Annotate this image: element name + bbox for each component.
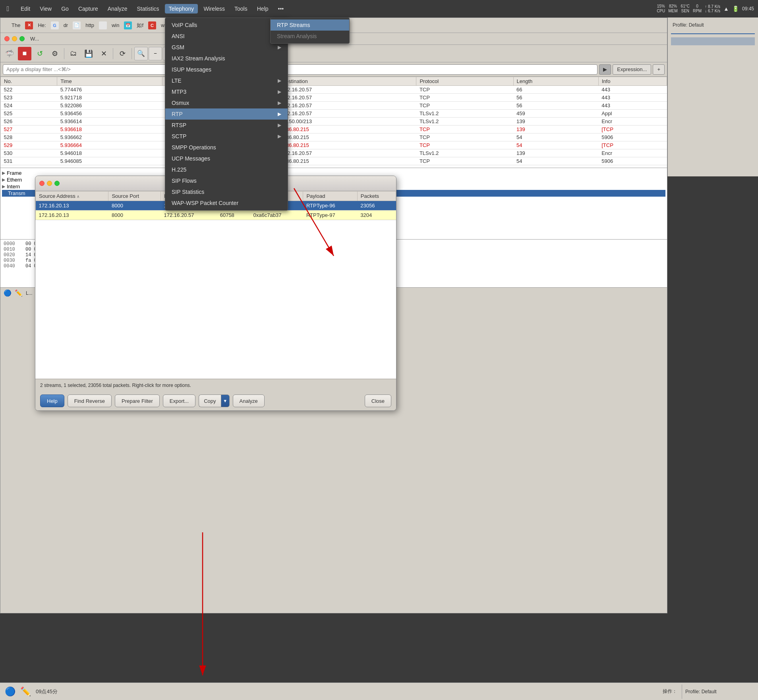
bottom-icon-1[interactable]: 🔵 bbox=[5, 686, 15, 697]
menu-sip-flows[interactable]: SIP Flows bbox=[165, 175, 288, 186]
expression-btn[interactable]: Expression... bbox=[613, 64, 651, 75]
bookmark-dr[interactable]: dr bbox=[61, 21, 71, 29]
export-btn[interactable]: Export... bbox=[163, 394, 195, 407]
menu-smpp[interactable]: SMPP Operations bbox=[165, 142, 288, 153]
prepare-filter-btn[interactable]: Prepare Filter bbox=[115, 394, 160, 407]
menu-lte[interactable]: LTE ▶ bbox=[165, 75, 288, 86]
menu-h225[interactable]: H.225 bbox=[165, 164, 288, 175]
menu-view[interactable]: View bbox=[36, 4, 56, 14]
col-time[interactable]: Time bbox=[57, 77, 162, 86]
menu-wap[interactable]: WAP-WSP Packet Counter bbox=[165, 197, 288, 209]
analyze-btn[interactable]: Analyze bbox=[233, 394, 265, 407]
rtp-col-src-addr[interactable]: Source Address ∧ bbox=[36, 191, 108, 201]
bookmark-chinese1[interactable]: 如f bbox=[134, 21, 146, 30]
bookmark-he[interactable]: He: bbox=[35, 21, 48, 29]
menu-wireless[interactable]: Wireless bbox=[199, 4, 229, 14]
filter-add-btn[interactable]: + bbox=[653, 64, 665, 75]
stop-icon[interactable]: ■ bbox=[18, 47, 31, 60]
submenu-rtp-streams[interactable]: RTP Streams bbox=[271, 19, 349, 31]
bookmark-win-icon[interactable] bbox=[99, 21, 107, 29]
close-file-icon[interactable]: ✕ bbox=[97, 47, 110, 60]
table-row[interactable]: 5255.9364568.36.80....172.16.20.57TLSv1.… bbox=[1, 110, 667, 118]
bookmark-calendar-icon[interactable]: 📅 bbox=[124, 21, 132, 29]
menu-statistics[interactable]: Statistics bbox=[133, 4, 163, 14]
menu-ansi[interactable]: ANSI ▶ bbox=[165, 31, 288, 42]
bookmark-c-icon[interactable]: C bbox=[148, 21, 156, 29]
col-info[interactable]: Info bbox=[598, 77, 667, 86]
rtp-col-src-port[interactable]: Source Port bbox=[108, 191, 161, 201]
menu-rtp[interactable]: RTP ▶ bbox=[165, 108, 288, 120]
status-icon[interactable]: 🔵 bbox=[4, 289, 12, 297]
menu-more[interactable]: ••• bbox=[274, 4, 288, 14]
copy-dropdown-arrow[interactable]: ▼ bbox=[221, 394, 230, 407]
filter-input[interactable] bbox=[3, 64, 598, 75]
table-row[interactable]: 5315.946085172.16...8.36.80.215TCP545906 bbox=[1, 157, 667, 165]
shark-icon[interactable]: 🦈 bbox=[3, 47, 16, 60]
bookmark-the[interactable]: The bbox=[9, 21, 23, 29]
table-row[interactable]: 5245.9220868.36.80....172.16.20.57TCP564… bbox=[1, 102, 667, 110]
table-row[interactable]: 5295.936664172.16.2...8.36.80.215TCP54[T… bbox=[1, 141, 667, 149]
minimize-window-btn[interactable] bbox=[12, 36, 17, 41]
copy-btn-group: Copy ▼ bbox=[199, 394, 229, 407]
submenu-stream-analysis[interactable]: Stream Analysis bbox=[271, 31, 349, 42]
close-btn[interactable]: Close bbox=[365, 394, 391, 407]
dialog-maximize-btn[interactable] bbox=[54, 181, 60, 186]
bookmark-http[interactable]: http bbox=[83, 21, 97, 29]
wifi-icon[interactable]: ▲ bbox=[723, 6, 729, 12]
filter-arrow-btn[interactable]: ▶ bbox=[599, 64, 611, 75]
col-destination[interactable]: Destination bbox=[278, 77, 416, 86]
col-protocol[interactable]: Protocol bbox=[416, 77, 513, 86]
col-length[interactable]: Length bbox=[513, 77, 598, 86]
close-window-btn[interactable] bbox=[4, 36, 10, 41]
bookmark-win[interactable]: win bbox=[109, 21, 122, 29]
menu-osmux[interactable]: Osmux ▶ bbox=[165, 97, 288, 108]
zoom-in-btn[interactable]: 🔍 bbox=[134, 47, 148, 60]
menu-iax2[interactable]: IAX2 Stream Analysis bbox=[165, 53, 288, 64]
folder-icon[interactable]: 🗂 bbox=[67, 47, 80, 60]
menu-analyze[interactable]: Analyze bbox=[104, 4, 131, 14]
table-row[interactable]: 5225.77447620.54.24...172.16.20.57TCP664… bbox=[1, 86, 667, 94]
help-btn[interactable]: Help bbox=[40, 394, 64, 407]
refresh-icon[interactable]: ⟳ bbox=[116, 47, 129, 60]
find-reverse-btn[interactable]: Find Reverse bbox=[68, 394, 112, 407]
menu-tools[interactable]: Tools bbox=[230, 4, 251, 14]
copy-btn[interactable]: Copy bbox=[199, 394, 220, 407]
bookmark-g-icon[interactable]: G bbox=[51, 21, 59, 29]
apple-logo-icon[interactable]:  bbox=[4, 5, 12, 13]
settings-icon[interactable]: ⚙ bbox=[48, 47, 62, 60]
menu-rtsp[interactable]: RTSP ▶ bbox=[165, 120, 288, 131]
status-icon2[interactable]: ✏️ bbox=[15, 289, 23, 297]
rtp-table-row[interactable]: 172.16.20.138000172.16.20.57607580xa6c7a… bbox=[36, 211, 396, 220]
menu-gsm[interactable]: GSM ▶ bbox=[165, 42, 288, 53]
dialog-empty-space bbox=[35, 220, 396, 379]
menu-voip-calls[interactable]: VoIP Calls bbox=[165, 19, 288, 31]
reload-icon[interactable]: ↺ bbox=[33, 47, 46, 60]
menu-edit[interactable]: Edit bbox=[17, 4, 34, 14]
bookmark-icon-x[interactable]: ✕ bbox=[25, 21, 33, 29]
menu-ucp[interactable]: UCP Messages bbox=[165, 153, 288, 164]
table-row[interactable]: 5235.9217188.36.80....172.16.20.57TCP564… bbox=[1, 94, 667, 102]
table-row[interactable]: 5305.9460188.36.80....172.16.20.57TLSv1.… bbox=[1, 149, 667, 157]
menu-sip-statistics[interactable]: SIP Statistics bbox=[165, 186, 288, 197]
dialog-close-btn[interactable] bbox=[39, 181, 44, 186]
table-row[interactable]: 5265.936614172.16.2...01.50.00/213TLSv1.… bbox=[1, 118, 667, 126]
menu-isup[interactable]: ISUP Messages bbox=[165, 64, 288, 75]
menu-capture[interactable]: Capture bbox=[74, 4, 102, 14]
table-row[interactable]: 5285.936662172.16.2...8.36.80.215TCP5459… bbox=[1, 133, 667, 141]
rtp-col-payload[interactable]: Payload bbox=[303, 191, 357, 201]
bottom-icon-2[interactable]: ✏️ bbox=[20, 686, 31, 697]
menu-go[interactable]: Go bbox=[57, 4, 73, 14]
col-no[interactable]: No. bbox=[1, 77, 57, 86]
zoom-out-btn[interactable]: − bbox=[149, 47, 162, 60]
maximize-window-btn[interactable] bbox=[19, 36, 25, 41]
table-row[interactable]: 5275.936618172.16.2...8.36.80.215TCP139[… bbox=[1, 126, 667, 133]
menu-mtp3[interactable]: MTP3 ▶ bbox=[165, 86, 288, 97]
bookmark-doc-icon[interactable]: 📄 bbox=[73, 21, 81, 29]
menu-help[interactable]: Help bbox=[253, 4, 273, 14]
dialog-minimize-btn[interactable] bbox=[47, 181, 52, 186]
battery-icon[interactable]: 🔋 bbox=[732, 6, 739, 12]
save-icon[interactable]: 💾 bbox=[82, 47, 95, 60]
menu-telephony[interactable]: Telephony bbox=[165, 4, 198, 14]
menu-sctp[interactable]: SCTP ▶ bbox=[165, 131, 288, 142]
rtp-col-packets[interactable]: Packets bbox=[357, 191, 396, 201]
